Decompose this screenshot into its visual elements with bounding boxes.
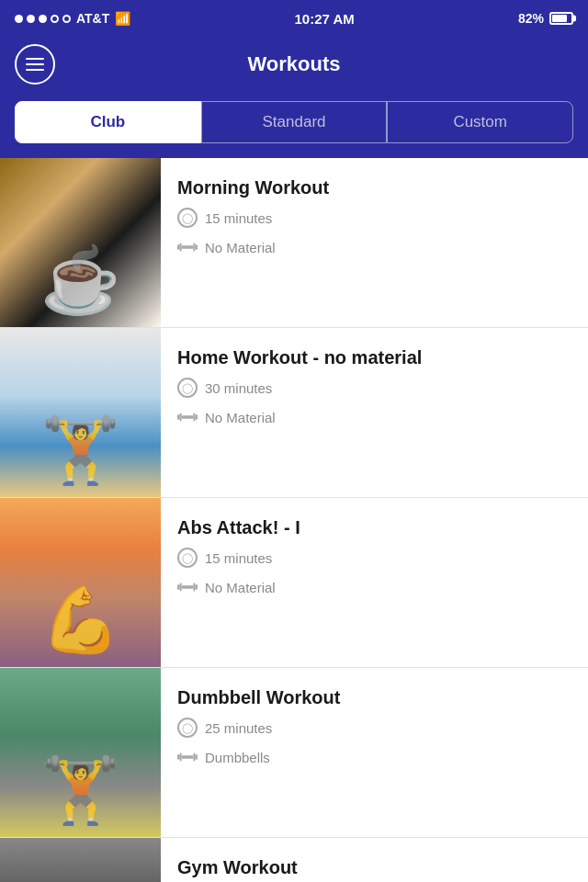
svg-rect-15: [177, 754, 180, 760]
workout-thumbnail: [0, 668, 161, 837]
clock-icon: ◯: [177, 378, 198, 398]
workout-thumbnail: [0, 328, 161, 497]
workout-info: Dumbbell Workout ◯ 25 minutes Dumbbells: [161, 668, 588, 837]
workout-info: Home Workout - no material ◯ 30 minutes …: [161, 328, 588, 497]
svg-rect-12: [182, 585, 194, 589]
carrier-label: AT&T: [76, 11, 109, 26]
tab-custom[interactable]: Custom: [387, 101, 573, 143]
workout-name: Dumbbell Workout: [177, 686, 571, 708]
workout-thumbnail: [0, 158, 161, 327]
svg-rect-9: [195, 414, 198, 420]
svg-rect-8: [193, 413, 195, 421]
svg-rect-19: [195, 754, 198, 760]
svg-rect-10: [177, 584, 180, 590]
workout-duration: ◯ 30 minutes: [177, 378, 571, 398]
svg-rect-14: [195, 584, 198, 590]
workout-thumbnail: [0, 498, 161, 667]
svg-rect-18: [193, 752, 195, 761]
workout-info: Morning Workout ◯ 15 minutes No Material: [161, 158, 588, 327]
status-time: 10:27 AM: [294, 11, 354, 27]
workout-material: No Material: [177, 577, 571, 597]
svg-rect-11: [180, 582, 182, 591]
workout-name: Abs Attack! - I: [177, 516, 571, 538]
page-title: Workouts: [247, 52, 340, 76]
svg-rect-6: [180, 413, 182, 421]
svg-rect-1: [180, 243, 182, 251]
svg-rect-4: [195, 244, 198, 250]
svg-rect-16: [180, 752, 182, 761]
svg-rect-5: [177, 414, 180, 420]
signal-dots: [15, 15, 71, 23]
tab-bar: Club Standard Custom: [0, 92, 588, 158]
workout-name: Morning Workout: [177, 176, 571, 198]
workout-material: No Material: [177, 237, 571, 257]
wifi-icon: 📶: [115, 11, 130, 26]
workout-material: No Material: [177, 407, 571, 427]
svg-rect-7: [182, 415, 194, 419]
workout-list: Morning Workout ◯ 15 minutes No Material: [0, 158, 588, 882]
battery-icon: [549, 12, 573, 25]
clock-icon: ◯: [177, 208, 198, 228]
workout-info: Abs Attack! - I ◯ 15 minutes No Material: [161, 498, 588, 667]
clock-icon: ◯: [177, 718, 198, 738]
svg-rect-13: [193, 582, 195, 591]
dumbbell-icon: [177, 237, 198, 257]
workout-duration: ◯ 25 minutes: [177, 718, 571, 738]
dot-5: [62, 15, 71, 23]
tab-standard[interactable]: Standard: [201, 101, 388, 143]
workout-name: Home Workout - no material: [177, 346, 571, 368]
tab-club[interactable]: Club: [15, 101, 201, 143]
clock-icon: ◯: [177, 548, 198, 568]
dumbbell-icon: [177, 747, 198, 767]
svg-rect-2: [182, 245, 194, 249]
workout-duration: ◯ 15 minutes: [177, 548, 571, 568]
workout-material: Dumbbells: [177, 747, 571, 767]
svg-rect-17: [182, 755, 194, 759]
svg-rect-0: [177, 244, 180, 250]
list-item[interactable]: Gym Workout: [0, 838, 588, 882]
app-header: Workouts: [0, 37, 588, 92]
list-item[interactable]: Morning Workout ◯ 15 minutes No Material: [0, 158, 588, 328]
status-left: AT&T 📶: [15, 11, 130, 26]
dumbbell-icon: [177, 407, 198, 427]
dumbbell-icon: [177, 577, 198, 597]
workout-name: Gym Workout: [177, 856, 571, 878]
workout-info: Gym Workout: [161, 838, 588, 882]
list-item[interactable]: Abs Attack! - I ◯ 15 minutes No Material: [0, 498, 588, 668]
workout-thumbnail: [0, 838, 161, 882]
status-right: 82%: [518, 11, 573, 26]
list-item[interactable]: Home Workout - no material ◯ 30 minutes …: [0, 328, 588, 498]
dot-1: [15, 15, 23, 23]
workout-duration: ◯ 15 minutes: [177, 208, 571, 228]
list-item[interactable]: Dumbbell Workout ◯ 25 minutes Dumbbells: [0, 668, 588, 838]
hamburger-icon: [26, 58, 44, 71]
menu-button[interactable]: [15, 44, 55, 85]
dot-3: [39, 15, 47, 23]
status-bar: AT&T 📶 10:27 AM 82%: [0, 0, 588, 37]
dot-4: [51, 15, 59, 23]
battery-percent: 82%: [518, 11, 544, 26]
dot-2: [27, 15, 35, 23]
svg-rect-3: [193, 243, 195, 251]
